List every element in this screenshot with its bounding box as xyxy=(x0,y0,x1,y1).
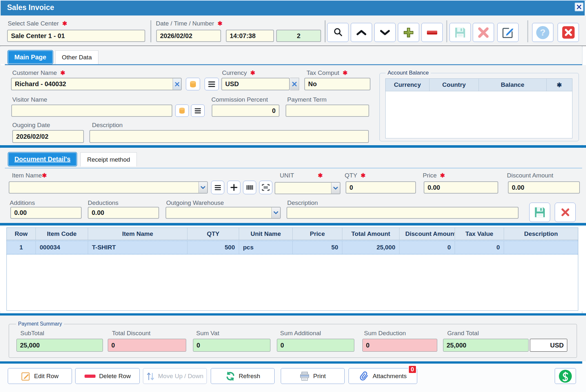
svg-text:?: ? xyxy=(540,27,545,37)
